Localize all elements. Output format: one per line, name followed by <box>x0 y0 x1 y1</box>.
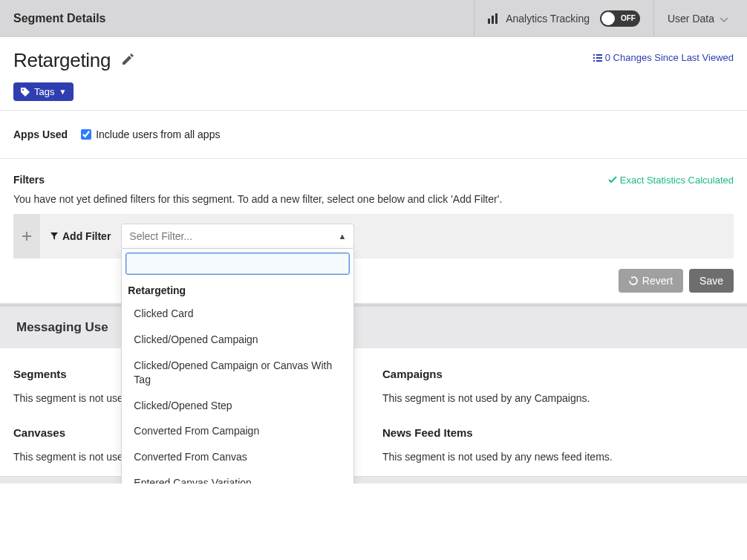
svg-rect-0 <box>488 19 490 24</box>
filters-section: Filters Exact Statistics Calculated You … <box>0 159 747 258</box>
analytics-label: Analytics Tracking <box>506 13 590 25</box>
svg-rect-1 <box>492 16 494 24</box>
messaging-grid: Segments This segment is not used by any… <box>0 348 747 476</box>
filters-head: Filters Exact Statistics Calculated <box>13 174 734 186</box>
top-bar: Segment Details Analytics Tracking OFF U… <box>0 0 747 37</box>
user-data-menu[interactable]: User Data <box>653 0 747 36</box>
revert-button[interactable]: Revert <box>619 269 683 293</box>
dropdown-item[interactable]: Entered Canvas Variation <box>122 470 353 484</box>
messaging-block-campaigns: Campaigns This segment is not used by an… <box>382 368 734 404</box>
changes-text: 0 Changes Since Last Viewed <box>605 52 734 63</box>
segment-name: Retargeting <box>13 49 111 72</box>
add-filter-text: Add Filter <box>62 230 111 242</box>
toggle-knob <box>601 12 615 25</box>
messaging-use-header: Messaging Use <box>0 304 747 348</box>
include-apps-label: Include users from all apps <box>96 128 220 140</box>
dropdown-item[interactable]: Converted From Canvas <box>122 444 353 470</box>
tags-button[interactable]: Tags ▼ <box>13 82 74 101</box>
messaging-block-newsfeed: News Feed Items This segment is not used… <box>382 426 734 463</box>
check-icon <box>608 176 617 183</box>
funnel-icon <box>50 232 58 240</box>
dropdown-search-input[interactable] <box>126 253 349 274</box>
svg-rect-11 <box>22 235 31 237</box>
dropdown-item[interactable]: Clicked/Opened Step <box>122 393 353 419</box>
chevron-down-icon <box>720 13 734 25</box>
svg-rect-7 <box>596 57 602 59</box>
dropdown-item[interactable]: Converted From Campaign <box>122 418 353 444</box>
messaging-block-text: This segment is not used by any Campaign… <box>382 392 734 404</box>
segment-name-row: Retargeting <box>13 49 134 72</box>
edit-pencil-icon[interactable] <box>121 53 134 68</box>
svg-point-3 <box>22 89 24 91</box>
caret-down-icon: ▼ <box>59 88 66 96</box>
add-filter-label-wrap: Add Filter <box>40 214 121 258</box>
svg-rect-8 <box>593 60 595 62</box>
filters-description: You have not yet defined filters for thi… <box>13 193 734 205</box>
dropdown-search-wrap <box>122 249 353 279</box>
footer-row: Revert Save <box>0 258 747 304</box>
caret-up-icon: ▲ <box>338 232 346 241</box>
plus-icon <box>22 232 31 241</box>
revert-label: Revert <box>642 275 673 287</box>
messaging-block-text: This segment is not used by any news fee… <box>382 451 734 463</box>
tag-icon <box>21 88 30 97</box>
toggle-switch[interactable]: OFF <box>600 10 640 27</box>
segment-header-left: Retargeting Tags ▼ <box>13 49 134 101</box>
add-filter-bar: Add Filter Select Filter... ▲ Retargetin… <box>13 214 734 258</box>
top-right: Analytics Tracking OFF User Data <box>474 0 747 36</box>
segment-header: Retargeting Tags ▼ 0 Changes Since Last … <box>0 37 747 110</box>
bar-chart-icon <box>488 13 500 24</box>
save-label: Save <box>699 275 723 287</box>
tags-label: Tags <box>34 86 54 97</box>
include-apps-checkbox-wrap[interactable]: Include users from all apps <box>81 128 220 140</box>
user-data-label: User Data <box>668 13 714 25</box>
changes-link[interactable]: 0 Changes Since Last Viewed <box>593 52 734 63</box>
filter-select-box[interactable]: Select Filter... ▲ <box>121 224 354 249</box>
dropdown-list[interactable]: Retargeting Clicked Card Clicked/Opened … <box>122 279 353 484</box>
analytics-tracking-toggle[interactable]: Analytics Tracking OFF <box>474 0 653 36</box>
revert-icon <box>629 276 638 285</box>
apps-used-label: Apps Used <box>13 128 68 140</box>
filter-select: Select Filter... ▲ Retargeting Clicked C… <box>121 224 354 249</box>
dropdown-item[interactable]: Clicked/Opened Campaign or Canvas With T… <box>122 353 353 393</box>
stats-calculated: Exact Statistics Calculated <box>608 175 734 186</box>
filter-dropdown: Retargeting Clicked Card Clicked/Opened … <box>121 249 354 484</box>
stats-label: Exact Statistics Calculated <box>620 175 734 186</box>
svg-rect-6 <box>593 57 595 59</box>
apps-used-row: Apps Used Include users from all apps <box>0 111 747 159</box>
filter-select-placeholder: Select Filter... <box>129 230 192 242</box>
svg-rect-4 <box>593 54 595 56</box>
toggle-state: OFF <box>621 14 636 22</box>
svg-rect-2 <box>495 13 498 24</box>
svg-rect-5 <box>596 54 602 56</box>
list-icon <box>593 54 602 62</box>
page-title: Segment Details <box>0 12 474 25</box>
filters-title: Filters <box>13 174 45 186</box>
include-apps-checkbox[interactable] <box>81 129 91 140</box>
svg-rect-9 <box>596 60 602 62</box>
dropdown-item[interactable]: Clicked Card <box>122 301 353 327</box>
dropdown-item[interactable]: Clicked/Opened Campaign <box>122 327 353 353</box>
bottom-strip <box>0 476 747 484</box>
dropdown-group-label: Retargeting <box>122 279 353 301</box>
add-filter-plus[interactable] <box>13 214 40 258</box>
messaging-block-title: News Feed Items <box>382 426 734 439</box>
save-button[interactable]: Save <box>689 269 734 293</box>
messaging-block-title: Campaigns <box>382 368 734 380</box>
